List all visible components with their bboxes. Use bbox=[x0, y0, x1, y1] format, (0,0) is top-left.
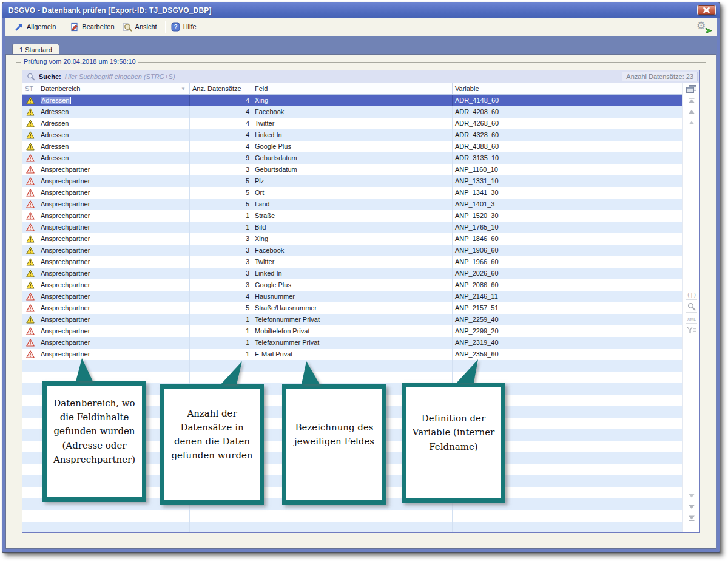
cell-variable: ANP_2146_11 bbox=[453, 291, 554, 302]
cell-status bbox=[22, 187, 38, 199]
cell-anz-datensaetze: 4 bbox=[190, 291, 252, 302]
cell-variable: ANP_1520_30 bbox=[453, 210, 554, 222]
menu-items: AllgemeinBearbeitenAnsicht?Hilfe bbox=[12, 21, 201, 33]
table-row[interactable]: Ansprechpartner3Google PlusANP_2086_60 bbox=[22, 279, 682, 291]
table-row[interactable]: Adressen4Linked InADR_4328_60 bbox=[22, 129, 682, 141]
menu-item-allgemein[interactable]: Allgemein bbox=[12, 21, 61, 33]
column-header-var[interactable]: Variable bbox=[453, 83, 554, 94]
scroll-down-button[interactable] bbox=[683, 492, 699, 500]
table-row[interactable]: Ansprechpartner1StraßeANP_1520_30 bbox=[22, 210, 682, 222]
cell-datenbereich: Ansprechpartner bbox=[38, 187, 190, 199]
arrow-ne-icon bbox=[15, 22, 24, 32]
column-header-feld[interactable]: Feld bbox=[252, 83, 453, 94]
cell-variable: ADR_3135_10 bbox=[453, 152, 554, 164]
empty-row bbox=[22, 464, 682, 475]
menu-item-bearbeiten[interactable]: Bearbeiten bbox=[67, 21, 119, 33]
close-button[interactable] bbox=[697, 5, 716, 15]
cell-anz-datensaetze: 3 bbox=[190, 245, 252, 256]
table-row[interactable]: Ansprechpartner1E-Mail PrivatANP_2359_60 bbox=[22, 348, 682, 360]
empty-cell bbox=[554, 452, 682, 464]
column-header-bereich[interactable]: Datenbereich▼ bbox=[38, 83, 190, 94]
table-row[interactable]: Ansprechpartner4HausnummerANP_2146_11 bbox=[22, 291, 682, 302]
settings-gear-icon[interactable]: ⚙ bbox=[696, 20, 711, 33]
search-label: Suche: bbox=[39, 73, 61, 80]
table-row[interactable]: Ansprechpartner3XingANP_1846_60 bbox=[22, 233, 682, 245]
empty-cell bbox=[252, 441, 453, 452]
tab-standard[interactable]: 1 Standard bbox=[12, 44, 59, 55]
cell-status bbox=[22, 268, 38, 279]
cell-datenbereich: Ansprechpartner bbox=[38, 314, 190, 325]
empty-cell bbox=[252, 383, 453, 395]
table-rows: Adressen4XingADR_4148_60Adressen4Faceboo… bbox=[22, 95, 682, 532]
table-row[interactable]: Ansprechpartner5LandANP_1401_3 bbox=[22, 199, 682, 210]
cell-variable: ADR_4268_60 bbox=[453, 118, 554, 129]
error-triangle-icon bbox=[26, 189, 35, 197]
column-chooser-button[interactable] bbox=[683, 84, 699, 93]
scroll-page-down-button[interactable] bbox=[683, 503, 699, 511]
table-row[interactable]: Ansprechpartner1Mobiltelefon PrivatANP_2… bbox=[22, 325, 682, 337]
cell-feld: Plz bbox=[252, 175, 453, 187]
empty-cell bbox=[38, 360, 190, 372]
grid-body: STDatenbereich▼Anz. DatensätzeFeldVariab… bbox=[22, 83, 699, 532]
table-row[interactable]: Adressen4FacebookADR_4208_60 bbox=[22, 106, 682, 118]
cell-datenbereich: Ansprechpartner bbox=[38, 337, 190, 348]
column-header-anz[interactable]: Anz. Datensätze bbox=[190, 83, 252, 94]
cell-feld: Ort bbox=[252, 187, 453, 199]
empty-row bbox=[22, 429, 682, 441]
empty-cell bbox=[252, 464, 453, 475]
app-window: DSGVO - Datenbank prüfen [Export-ID: TJ_… bbox=[2, 2, 720, 552]
table-row[interactable]: Ansprechpartner3TwitterANP_1966_60 bbox=[22, 256, 682, 268]
filter-button[interactable] bbox=[686, 325, 697, 335]
table-row[interactable]: Adressen9GeburtsdatumADR_3135_10 bbox=[22, 152, 682, 164]
table-row[interactable]: Ansprechpartner5Straße/HausnummerANP_215… bbox=[22, 302, 682, 314]
table-row[interactable]: Ansprechpartner1Telefaxnummer PrivatANP_… bbox=[22, 337, 682, 348]
menu-item-hilfe[interactable]: ?Hilfe bbox=[169, 21, 201, 33]
edit-text: Adressen bbox=[41, 97, 70, 104]
empty-row bbox=[22, 522, 682, 532]
empty-cell bbox=[22, 487, 38, 498]
search-bar[interactable]: Suche: Hier Suchbegriff eingeben (STRG+S… bbox=[22, 70, 699, 83]
warning-triangle-icon bbox=[26, 235, 35, 243]
cell-datenbereich: Ansprechpartner bbox=[38, 302, 190, 314]
best-fit-button[interactable]: (|) bbox=[686, 290, 697, 300]
cell-feld: Twitter bbox=[252, 256, 453, 268]
menu-item-ansicht[interactable]: Ansicht bbox=[120, 21, 162, 33]
search-input-placeholder[interactable]: Hier Suchbegriff eingeben (STRG+S) bbox=[65, 73, 619, 80]
empty-row bbox=[22, 510, 682, 522]
empty-cell bbox=[453, 418, 554, 429]
table-row[interactable]: Adressen4Google PlusADR_4388_60 bbox=[22, 141, 682, 152]
table-row[interactable]: Ansprechpartner5OrtANP_1341_30 bbox=[22, 187, 682, 199]
cell-datenbereich: Ansprechpartner bbox=[38, 210, 190, 222]
cell-variable: ADR_4148_60 bbox=[453, 95, 554, 106]
empty-cell bbox=[252, 360, 453, 372]
table-row[interactable]: Ansprechpartner1BildANP_1765_10 bbox=[22, 222, 682, 233]
scroll-last-button[interactable] bbox=[683, 514, 699, 523]
titlebar[interactable]: DSGVO - Datenbank prüfen [Export-ID: TJ_… bbox=[2, 2, 720, 18]
warning-triangle-icon bbox=[26, 143, 35, 151]
column-header-st[interactable]: ST bbox=[22, 83, 38, 94]
table-row[interactable]: Ansprechpartner5PlzANP_1331_10 bbox=[22, 175, 682, 187]
empty-cell bbox=[22, 383, 38, 395]
cell-anz-datensaetze: 9 bbox=[190, 152, 252, 164]
table-row[interactable]: Ansprechpartner3GeburtsdatumANP_1160_10 bbox=[22, 164, 682, 175]
scroll-page-up-button[interactable] bbox=[683, 108, 699, 116]
table-row[interactable]: Ansprechpartner1Telefonnummer PrivatANP_… bbox=[22, 314, 682, 325]
cell-anz-datensaetze: 3 bbox=[190, 256, 252, 268]
table-row[interactable]: Adressen4TwitterADR_4268_60 bbox=[22, 118, 682, 129]
scroll-first-button[interactable] bbox=[683, 96, 699, 105]
cell-anz-datensaetze: 3 bbox=[190, 164, 252, 175]
table-row[interactable]: Adressen4XingADR_4148_60 bbox=[22, 95, 682, 106]
cell-status bbox=[22, 118, 38, 129]
cell-filler bbox=[554, 222, 682, 233]
cell-filler bbox=[554, 245, 682, 256]
scroll-up-button[interactable] bbox=[683, 119, 699, 126]
pruefung-groupbox: Prüfung vom 20.04.2018 um 19:58:10 Suche… bbox=[16, 62, 706, 539]
table-row[interactable]: Ansprechpartner3Linked InANP_2026_60 bbox=[22, 268, 682, 279]
cell-variable: ANP_2359_60 bbox=[453, 348, 554, 360]
table-row[interactable]: Ansprechpartner3FacebookANP_1906_60 bbox=[22, 245, 682, 256]
cell-datenbereich: Adressen bbox=[38, 152, 190, 164]
cell-datenbereich: Ansprechpartner bbox=[38, 268, 190, 279]
error-triangle-icon bbox=[26, 200, 35, 208]
find-button[interactable] bbox=[686, 301, 697, 313]
xml-export-button[interactable]: XML bbox=[686, 314, 697, 324]
